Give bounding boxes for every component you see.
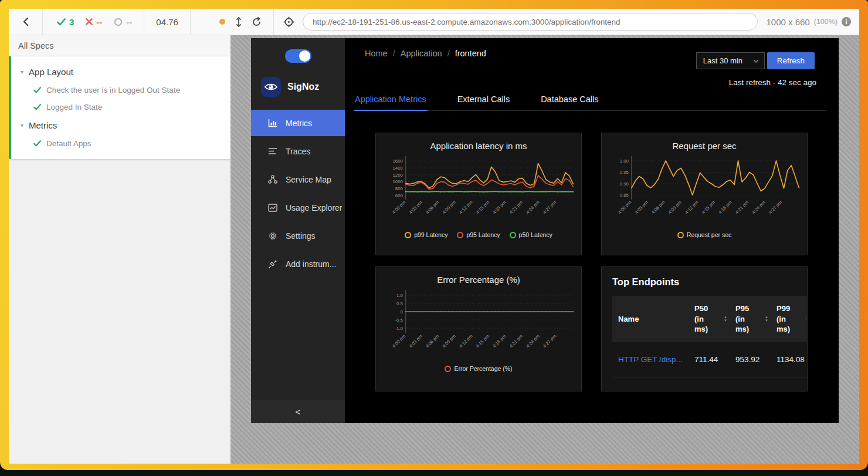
refresh-button[interactable]: Refresh (767, 52, 815, 69)
svg-text:4:15 pm: 4:15 pm (475, 333, 490, 349)
svg-text:-0.5: -0.5 (395, 318, 403, 323)
legend-item[interactable]: Error Percentage (%) (445, 365, 512, 372)
test-logged-in-state[interactable]: Logged In State (11, 99, 230, 116)
tab-external-calls[interactable]: External Calls (456, 89, 511, 110)
x-icon (86, 18, 93, 25)
svg-text:0.95: 0.95 (620, 170, 629, 175)
all-specs-header[interactable]: All Specs (9, 35, 230, 56)
svg-text:4:06 pm: 4:06 pm (425, 200, 440, 215)
svg-text:4:27 pm: 4:27 pm (768, 200, 783, 215)
legend-label: p99 Latency (414, 231, 447, 238)
col-p99[interactable]: P99 (in ms)▲▼ (771, 296, 808, 342)
svg-text:0.90: 0.90 (620, 181, 629, 187)
svg-text:4:12 pm: 4:12 pm (684, 200, 699, 215)
sidebar-collapse-button[interactable]: < (251, 400, 345, 423)
col-p50[interactable]: P50 (in ms)▲▼ (689, 296, 730, 342)
theme-toggle[interactable] (285, 49, 311, 63)
service-map-icon (267, 175, 277, 184)
tab-bar: Application Metrics External Calls Datab… (354, 89, 826, 111)
table-row: HTTP GET /disp... 711.44 953.92 1134.08 (612, 342, 808, 377)
error-percentage-chart[interactable]: -1.0-0.500.51.04:00 pm4:03 pm4:06 pm4:09… (379, 287, 578, 365)
chart-title: Application latency in ms (376, 141, 581, 151)
passed-stat[interactable]: 3 (57, 17, 74, 27)
tab-application-metrics[interactable]: Application Metrics (354, 89, 428, 110)
legend-label: p95 Latency (466, 231, 500, 238)
suite-app-layout[interactable]: ▾ App Layout (11, 62, 230, 82)
svg-text:4:06 pm: 4:06 pm (650, 200, 666, 215)
legend-item[interactable]: p99 Latency (405, 231, 447, 238)
sidebar-item-usage-explorer[interactable]: Usage Explorer (251, 194, 345, 221)
test-label: Check the user is in Logged Out State (46, 86, 180, 94)
sidebar-item-add-instrumentation[interactable]: Add instrum... (251, 251, 345, 277)
collapse-caret-icon: ▾ (21, 69, 23, 75)
svg-text:-1.0: -1.0 (395, 326, 403, 331)
svg-text:0.85: 0.85 (620, 193, 629, 198)
svg-text:4:24 pm: 4:24 pm (525, 333, 540, 349)
time-range-select[interactable]: Last 30 min (696, 52, 765, 69)
chart-legend[interactable]: Request per sec (602, 231, 807, 238)
col-name: Name (612, 296, 689, 342)
breadcrumb-home[interactable]: Home (365, 49, 388, 58)
chart-legend[interactable]: Error Percentage (%) (376, 365, 581, 372)
legend-ring-icon (510, 232, 516, 238)
pending-stat[interactable]: -- (114, 17, 132, 27)
sidebar-item-label: Traces (286, 147, 310, 156)
back-button[interactable] (9, 9, 43, 35)
legend-item[interactable]: p95 Latency (457, 231, 500, 238)
cypress-window: 3 -- -- 04.76 (0, 0, 868, 470)
failed-stat[interactable]: -- (86, 17, 102, 27)
brand-name: SigNoz (287, 82, 319, 92)
col-p95[interactable]: P95 (in ms)▲▼ (730, 296, 771, 342)
traces-list-icon (267, 147, 277, 155)
svg-text:1000: 1000 (393, 179, 404, 184)
svg-text:4:00 pm: 4:00 pm (391, 200, 406, 215)
chevron-down-icon (753, 59, 759, 63)
svg-text:4:21 pm: 4:21 pm (734, 200, 750, 215)
sidebar-item-traces[interactable]: Traces (251, 138, 345, 164)
selector-playground-icon[interactable] (283, 16, 294, 28)
legend-item[interactable]: Request per sec (677, 231, 731, 238)
suite-title: Metrics (29, 120, 57, 130)
svg-text:800: 800 (395, 186, 404, 191)
svg-text:4:06 pm: 4:06 pm (425, 333, 440, 349)
sort-icon[interactable]: ▲▼ (806, 315, 808, 322)
suite-metrics[interactable]: ▾ Metrics (11, 116, 230, 135)
svg-text:4:21 pm: 4:21 pm (508, 333, 524, 349)
sort-icon[interactable]: ▲▼ (724, 315, 727, 322)
info-icon[interactable]: i (842, 17, 851, 26)
scroll-updown-icon[interactable] (236, 17, 242, 27)
chart-legend[interactable]: p99 Latencyp95 Latencyp50 Latency (376, 231, 581, 238)
svg-text:4:24 pm: 4:24 pm (751, 200, 766, 215)
url-input[interactable] (303, 13, 758, 31)
usage-chart-icon (267, 204, 277, 212)
sidebar-item-label: Add instrum... (286, 259, 336, 269)
gear-icon (267, 231, 277, 241)
brand[interactable]: SigNoz (251, 63, 345, 110)
svg-text:4:24 pm: 4:24 pm (525, 200, 540, 215)
svg-text:1600: 1600 (393, 158, 404, 164)
rerun-icon[interactable] (252, 17, 262, 27)
breadcrumb-separator: / (447, 49, 450, 58)
sidebar-item-service-map[interactable]: Service Map (251, 166, 345, 193)
test-default-apps[interactable]: Default Apps (11, 135, 230, 152)
svg-text:4:27 pm: 4:27 pm (542, 333, 557, 349)
svg-text:4:00 pm: 4:00 pm (617, 200, 632, 215)
tab-database-calls[interactable]: Database Calls (540, 89, 599, 110)
latency-chart-panel: Application latency in ms 60080010001200… (375, 133, 582, 255)
legend-label: Request per sec (687, 231, 731, 238)
latency-chart[interactable]: 60080010001200140016004:00 pm4:03 pm4:06… (379, 153, 578, 231)
legend-item[interactable]: p50 Latency (510, 231, 552, 238)
sidebar-item-settings[interactable]: Settings (251, 222, 345, 249)
request-rate-chart[interactable]: 0.850.900.951.004:00 pm4:03 pm4:06 pm4:0… (605, 153, 804, 231)
test-pass-check-icon (33, 87, 41, 93)
test-label: Logged In State (46, 103, 102, 112)
breadcrumb-application[interactable]: Application (401, 49, 442, 58)
test-duration: 04.76 (144, 9, 191, 35)
sidebar-item-metrics[interactable]: Metrics (251, 110, 345, 136)
signoz-logo-icon (261, 77, 281, 97)
test-logged-out-state[interactable]: Check the user is in Logged Out State (11, 82, 230, 99)
endpoint-link[interactable]: HTTP GET /disp... (618, 355, 683, 364)
aut-stage: SigNoz Metrics Traces (230, 35, 859, 464)
svg-text:1.0: 1.0 (396, 293, 404, 298)
sort-icon[interactable]: ▲▼ (765, 315, 768, 322)
